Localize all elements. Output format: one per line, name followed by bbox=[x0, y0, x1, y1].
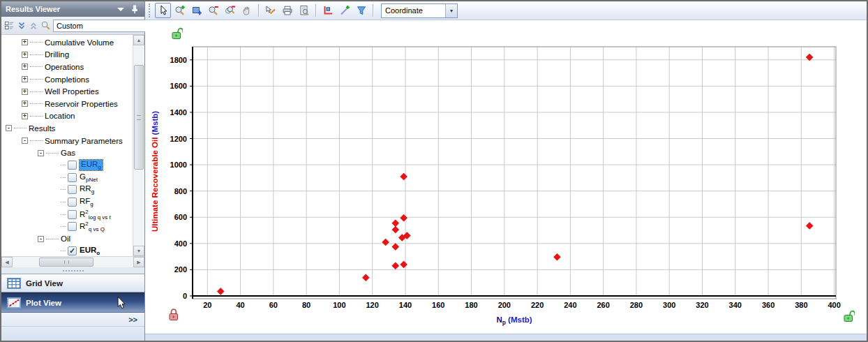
svg-text:1600: 1600 bbox=[170, 82, 187, 90]
zoom-window-button[interactable] bbox=[188, 3, 204, 18]
results-tree: +Cumulative Volume+Drilling+Operations+C… bbox=[1, 35, 133, 256]
tree-item-gpnet[interactable]: GpNet bbox=[1, 172, 133, 184]
funnel-icon bbox=[356, 5, 367, 16]
pin-icon[interactable] bbox=[129, 4, 140, 14]
tree-vertical-scrollbar[interactable]: ▲ ▼ bbox=[133, 35, 144, 256]
plot-view-panel: Coordinate ▼ 020040060080010001200140016… bbox=[145, 1, 867, 341]
tree-item-well-properties[interactable]: +Well Properties bbox=[1, 85, 133, 98]
data-point[interactable] bbox=[401, 261, 407, 268]
expand-icon[interactable]: + bbox=[22, 101, 28, 107]
tree-item-gas[interactable]: -Gas bbox=[1, 147, 133, 159]
plot-view-button[interactable]: Plot View bbox=[1, 292, 144, 313]
expand-icon[interactable]: + bbox=[22, 89, 28, 95]
tree-item-label: RFg bbox=[80, 197, 93, 207]
zoom-out-button[interactable] bbox=[205, 3, 221, 18]
tree-item-cumulative-volume[interactable]: +Cumulative Volume bbox=[1, 36, 133, 49]
filter-search-input[interactable] bbox=[53, 20, 159, 32]
expand-all-icon[interactable] bbox=[29, 20, 38, 32]
expand-icon[interactable]: + bbox=[22, 76, 28, 82]
tree-item-drilling[interactable]: +Drilling bbox=[1, 49, 133, 61]
tree-item-rrg[interactable]: RRg bbox=[1, 184, 133, 196]
tree-item-rfg[interactable]: RFg bbox=[1, 196, 133, 209]
data-point[interactable] bbox=[382, 239, 389, 246]
grid-icon bbox=[7, 278, 21, 289]
data-point[interactable] bbox=[362, 274, 369, 281]
data-point[interactable] bbox=[392, 226, 399, 233]
axes-icon bbox=[322, 5, 334, 16]
panel-splitter[interactable] bbox=[1, 267, 144, 274]
tree-item-oil[interactable]: -Oil bbox=[1, 233, 133, 246]
print-preview-button[interactable] bbox=[296, 3, 312, 18]
category-view-icon[interactable] bbox=[4, 20, 15, 32]
checkbox-unchecked[interactable] bbox=[68, 222, 77, 231]
tree-item-reservoir-properties[interactable]: +Reservoir Properties bbox=[1, 98, 133, 110]
svg-text:200: 200 bbox=[174, 265, 187, 274]
tree-item-euro[interactable]: ✓EURo bbox=[1, 245, 133, 256]
pointer-icon bbox=[158, 5, 169, 16]
data-point[interactable] bbox=[806, 222, 813, 229]
pan-button[interactable] bbox=[239, 3, 255, 18]
expand-icon[interactable]: + bbox=[22, 113, 28, 119]
checkbox-unchecked[interactable] bbox=[68, 161, 77, 170]
data-point[interactable] bbox=[401, 173, 407, 180]
expand-icon[interactable]: + bbox=[22, 39, 28, 45]
collapse-icon[interactable]: - bbox=[22, 137, 28, 144]
zoom-previous-button[interactable] bbox=[222, 3, 238, 18]
scroll-right-button[interactable]: ▶ bbox=[133, 257, 144, 267]
tree-item-operations[interactable]: +Operations bbox=[1, 61, 133, 73]
data-point[interactable] bbox=[553, 253, 560, 260]
zoom-in-button[interactable] bbox=[172, 3, 188, 18]
tree-item-rq-vs-q[interactable]: R2q vs Q bbox=[1, 221, 133, 233]
scroll-track[interactable] bbox=[13, 257, 133, 267]
data-point[interactable] bbox=[392, 262, 399, 269]
scroll-track[interactable] bbox=[133, 45, 144, 246]
expand-icon[interactable]: + bbox=[22, 52, 28, 58]
x-axis-lock-icon-locked[interactable] bbox=[168, 308, 180, 321]
chevron-down-icon[interactable] bbox=[115, 4, 126, 14]
scroll-thumb[interactable] bbox=[134, 65, 144, 170]
collapse-all-icon[interactable] bbox=[17, 20, 27, 32]
svg-text:60: 60 bbox=[269, 301, 278, 309]
plot-type-dropdown[interactable]: Coordinate ▼ bbox=[381, 3, 458, 18]
data-point[interactable] bbox=[217, 288, 224, 295]
scroll-down-button[interactable]: ▼ bbox=[133, 246, 144, 256]
checkbox-unchecked[interactable] bbox=[68, 198, 77, 207]
checkbox-unchecked[interactable] bbox=[68, 173, 77, 182]
checkbox-unchecked[interactable] bbox=[68, 210, 77, 219]
tree-item-eurg[interactable]: EURg bbox=[1, 159, 133, 172]
add-line-button[interactable] bbox=[336, 3, 352, 18]
tree-connector bbox=[30, 66, 43, 67]
collapse-icon[interactable]: - bbox=[38, 236, 44, 242]
data-point[interactable] bbox=[401, 214, 407, 221]
print-button[interactable] bbox=[279, 3, 295, 18]
tree-item-results[interactable]: -Results bbox=[1, 122, 133, 135]
toolbar-grip[interactable] bbox=[149, 3, 151, 17]
scroll-left-button[interactable]: ◀ bbox=[1, 257, 13, 267]
tree-item-location[interactable]: +Location bbox=[1, 110, 133, 123]
checkbox-unchecked[interactable] bbox=[68, 185, 77, 194]
y-axis-lock-icon-unlocked[interactable] bbox=[171, 27, 183, 40]
grid-view-button[interactable]: Grid View bbox=[1, 274, 144, 292]
data-point[interactable] bbox=[392, 244, 399, 251]
data-point[interactable] bbox=[392, 220, 399, 227]
tree-item-rlog-q-vs-t[interactable]: R2log q vs t bbox=[1, 208, 133, 221]
tree-item-completions[interactable]: +Completions bbox=[1, 73, 133, 86]
select-tool-button[interactable] bbox=[155, 3, 171, 18]
scroll-up-button[interactable]: ▲ bbox=[133, 35, 144, 45]
scroll-thumb[interactable] bbox=[39, 258, 93, 267]
expand-icon[interactable]: + bbox=[22, 64, 28, 70]
checkbox-checked[interactable]: ✓ bbox=[68, 246, 77, 255]
more-views-button[interactable]: >> bbox=[1, 313, 144, 327]
search-icon[interactable] bbox=[40, 20, 51, 32]
filter-button[interactable] bbox=[353, 3, 369, 18]
collapse-icon[interactable]: - bbox=[6, 125, 12, 131]
dropdown-arrow-icon[interactable]: ▼ bbox=[445, 4, 457, 17]
snapshot-button[interactable] bbox=[262, 3, 278, 18]
collapse-icon[interactable]: - bbox=[38, 150, 44, 156]
svg-text:400: 400 bbox=[828, 301, 840, 309]
chart-canvas[interactable]: 0200400600800100012001400160018002040608… bbox=[145, 20, 866, 334]
tree-horizontal-scrollbar[interactable]: ◀ ▶ bbox=[1, 257, 144, 267]
axis-properties-button[interactable] bbox=[320, 3, 336, 18]
tree-item-summary-parameters[interactable]: -Summary Parameters bbox=[1, 135, 133, 147]
corner-lock-icon-unlocked[interactable] bbox=[843, 309, 855, 322]
